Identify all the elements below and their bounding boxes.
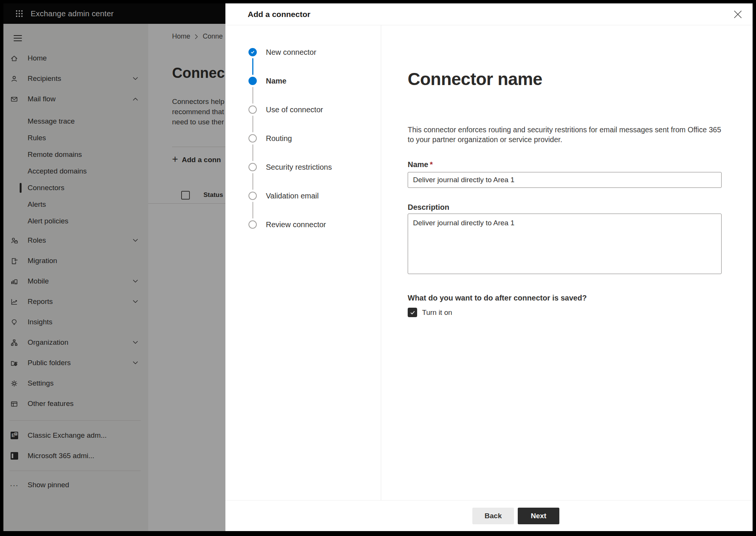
step-heading: Connector name xyxy=(408,69,722,89)
step-circle-icon xyxy=(248,134,257,143)
step-security-restrictions[interactable]: Security restrictions xyxy=(248,163,381,171)
checkmark-icon xyxy=(410,310,416,316)
step-circle-icon xyxy=(248,163,257,171)
connector-name-input[interactable] xyxy=(408,172,722,188)
step-description: This connector enforces routing and secu… xyxy=(408,125,722,144)
turn-on-row[interactable]: Turn it on xyxy=(408,308,722,317)
next-button[interactable]: Next xyxy=(518,508,559,524)
description-field-label: Description xyxy=(408,203,722,212)
step-circle-icon xyxy=(248,105,257,114)
close-icon xyxy=(734,10,742,19)
step-circle-icon xyxy=(248,192,257,200)
modal-title: Add a connector xyxy=(248,10,310,19)
back-button[interactable]: Back xyxy=(472,508,514,524)
name-field-label: Name* xyxy=(408,160,722,169)
step-review-connector[interactable]: Review connector xyxy=(248,220,381,229)
step-content-panel: Connector name This connector enforces r… xyxy=(381,25,753,500)
close-button[interactable] xyxy=(731,8,744,21)
turn-on-checkbox[interactable] xyxy=(408,308,417,317)
step-name[interactable]: Name xyxy=(248,77,381,85)
required-asterisk: * xyxy=(430,160,433,169)
add-connector-modal: Add a connector New connector xyxy=(225,3,753,531)
step-circle-icon xyxy=(248,220,257,229)
turn-on-label: Turn it on xyxy=(422,308,452,317)
after-save-question: What do you want to do after connector i… xyxy=(408,293,722,303)
modal-header: Add a connector xyxy=(225,3,753,25)
modal-footer: Back Next xyxy=(225,500,753,531)
step-validation-email[interactable]: Validation email xyxy=(248,192,381,200)
step-current-icon xyxy=(248,77,257,85)
step-use-of-connector[interactable]: Use of connector xyxy=(248,105,381,114)
step-routing[interactable]: Routing xyxy=(248,134,381,143)
connector-description-textarea[interactable]: Deliver journal directly to Area 1 xyxy=(408,214,722,274)
exchange-admin-app: Exchange admin center Home Recipients xyxy=(3,3,753,531)
step-completed-icon xyxy=(248,48,257,56)
wizard-steps: New connector Name Use of connector Rout… xyxy=(225,25,381,500)
step-new-connector[interactable]: New connector xyxy=(248,48,381,56)
